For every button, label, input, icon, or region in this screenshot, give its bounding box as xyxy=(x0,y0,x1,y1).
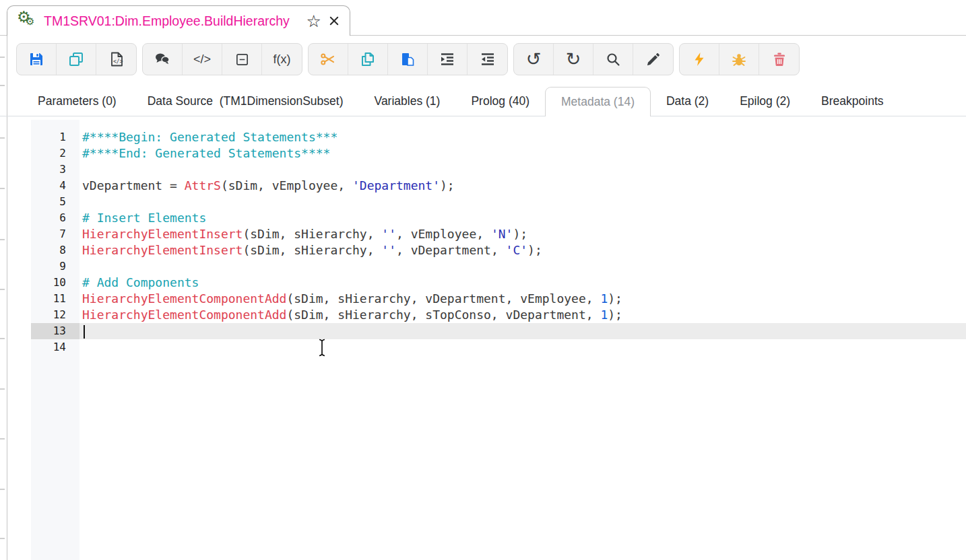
cut-button[interactable] xyxy=(309,44,348,75)
code-segment-function: AttrS xyxy=(185,178,221,193)
tab-data-2[interactable]: Data (2) xyxy=(651,87,724,116)
paste-button[interactable] xyxy=(388,44,428,75)
line-number: 10 xyxy=(31,275,79,291)
line-number: 3 xyxy=(31,162,79,178)
code-text xyxy=(79,162,966,178)
code-line[interactable]: 10# Add Components xyxy=(7,275,966,291)
file-code-icon: </> xyxy=(108,51,125,67)
code-line[interactable]: 6# Insert Elements xyxy=(7,210,966,226)
code-segment-comment: # Add Components xyxy=(82,275,199,289)
gutter-margin xyxy=(7,226,31,242)
tab-prolog-40[interactable]: Prolog (40) xyxy=(455,87,545,116)
copy-button[interactable] xyxy=(348,44,388,75)
code-segment-plain: (sDim, vEmployee, xyxy=(221,178,352,193)
tab-metadata-14[interactable]: Metadata (14) xyxy=(545,87,651,116)
gutter-margin xyxy=(7,178,31,194)
code-segment-plain: ); xyxy=(608,291,622,306)
edge-tick xyxy=(0,538,5,539)
code-segment-comment: #****Begin: Generated Statements*** xyxy=(82,130,337,144)
search-icon xyxy=(605,51,621,67)
redo-icon: ↻ xyxy=(566,50,581,69)
indent-button[interactable] xyxy=(428,44,468,75)
debug-button[interactable] xyxy=(719,44,759,75)
code-line[interactable]: 14 xyxy=(7,339,966,355)
lightning-icon xyxy=(691,51,707,67)
fx-icon: f(x) xyxy=(273,53,291,67)
line-number: 11 xyxy=(31,291,79,307)
code-segment-plain: vDepartment = xyxy=(82,178,185,193)
toolbar-group-clipboard xyxy=(308,43,508,75)
function-button[interactable]: f(x) xyxy=(262,44,302,75)
gutter-margin xyxy=(7,339,31,355)
code-line[interactable]: 13 xyxy=(7,323,966,339)
tab-data-source-tm1dimensionsubset[interactable]: Data Source (TM1DimensionSubset) xyxy=(132,87,359,116)
edge-tick xyxy=(0,338,5,339)
code-segment-number: 1 xyxy=(600,308,608,322)
favorite-star-icon[interactable]: ☆ xyxy=(307,13,321,30)
code-line[interactable]: 4vDepartment = AttrS(sDim, vEmployee, 'D… xyxy=(7,178,966,194)
line-number: 6 xyxy=(31,210,79,226)
code-text: # Add Components xyxy=(79,275,966,291)
code-segment-plain: , vEmployee, xyxy=(396,227,491,241)
section-tabs: Parameters (0)Data Source (TM1DimensionS… xyxy=(7,86,966,116)
line-number: 1 xyxy=(31,129,79,145)
gutter-margin xyxy=(7,307,31,323)
edge-tick xyxy=(0,388,5,390)
close-tab-icon[interactable] xyxy=(328,15,340,27)
gutter-margin xyxy=(7,145,31,162)
tab-variables-1[interactable]: Variables (1) xyxy=(359,87,456,116)
save-button[interactable] xyxy=(17,44,57,75)
code-editor[interactable]: 1#****Begin: Generated Statements***2#**… xyxy=(7,129,966,355)
line-number: 8 xyxy=(31,242,79,258)
tab-epilog-2[interactable]: Epilog (2) xyxy=(724,87,806,116)
undo-icon: ↺ xyxy=(526,50,542,69)
code-text: # Insert Elements xyxy=(79,210,966,226)
edit-button[interactable] xyxy=(633,44,673,75)
tab-parameters-0[interactable]: Parameters (0) xyxy=(22,87,132,116)
export-source-button[interactable]: </> xyxy=(96,44,136,75)
code-line[interactable]: 2#****End: Generated Statements**** xyxy=(7,145,966,162)
scissors-icon xyxy=(320,51,336,67)
collapse-button[interactable] xyxy=(222,44,262,75)
code-line[interactable]: 3 xyxy=(7,162,966,178)
code-segment-string: 'N' xyxy=(491,227,513,241)
code-segment-plain: ); xyxy=(440,178,455,193)
toolbar-group-edit-helpers: </> f(x) xyxy=(142,43,302,75)
comment-button[interactable] xyxy=(143,44,183,75)
outdent-button[interactable] xyxy=(468,44,507,75)
code-segment-plain: ); xyxy=(608,308,622,322)
code-line[interactable]: 7HierarchyElementInsert(sDim, sHierarchy… xyxy=(7,226,966,242)
line-number: 9 xyxy=(31,258,79,275)
file-tab[interactable]: ⚙⚙ TM1SRV01:Dim.Employee.BuildHierarchy … xyxy=(7,5,350,36)
indent-icon xyxy=(439,51,455,67)
copy-object-button[interactable] xyxy=(57,44,96,75)
code-line[interactable]: 5 xyxy=(7,194,966,210)
code-text: HierarchyElementComponentAdd(sDim, sHier… xyxy=(79,307,966,323)
code-line[interactable]: 12HierarchyElementComponentAdd(sDim, sHi… xyxy=(7,307,966,323)
code-text xyxy=(79,339,966,355)
toolbar-group-history: ↺ ↻ xyxy=(513,43,674,75)
gutter-margin xyxy=(7,194,31,210)
gutter-margin xyxy=(7,323,31,339)
pencil-icon xyxy=(645,52,661,67)
code-line[interactable]: 1#****Begin: Generated Statements*** xyxy=(7,129,966,145)
code-text: HierarchyElementInsert(sDim, sHierarchy,… xyxy=(79,226,966,242)
tab-breakpoints[interactable]: Breakpoints xyxy=(806,87,899,116)
comments-icon xyxy=(154,51,170,67)
code-snippet-button[interactable]: </> xyxy=(183,44,222,75)
code-line[interactable]: 9 xyxy=(7,258,966,275)
edge-tick xyxy=(0,438,5,440)
code-line[interactable]: 11HierarchyElementComponentAdd(sDim, sHi… xyxy=(7,291,966,307)
delete-button[interactable] xyxy=(759,44,799,75)
floppy-icon xyxy=(28,51,44,67)
gutter-margin xyxy=(7,242,31,258)
line-number: 5 xyxy=(31,194,79,210)
undo-button[interactable]: ↺ xyxy=(514,44,554,75)
run-button[interactable] xyxy=(680,44,719,75)
redo-button[interactable]: ↻ xyxy=(554,44,593,75)
line-number: 14 xyxy=(31,339,79,355)
process-gears-icon: ⚙⚙ xyxy=(17,11,38,31)
search-button[interactable] xyxy=(593,44,633,75)
code-line[interactable]: 8HierarchyElementInsert(sDim, sHierarchy… xyxy=(7,242,966,258)
copy-pages-icon xyxy=(360,51,376,67)
